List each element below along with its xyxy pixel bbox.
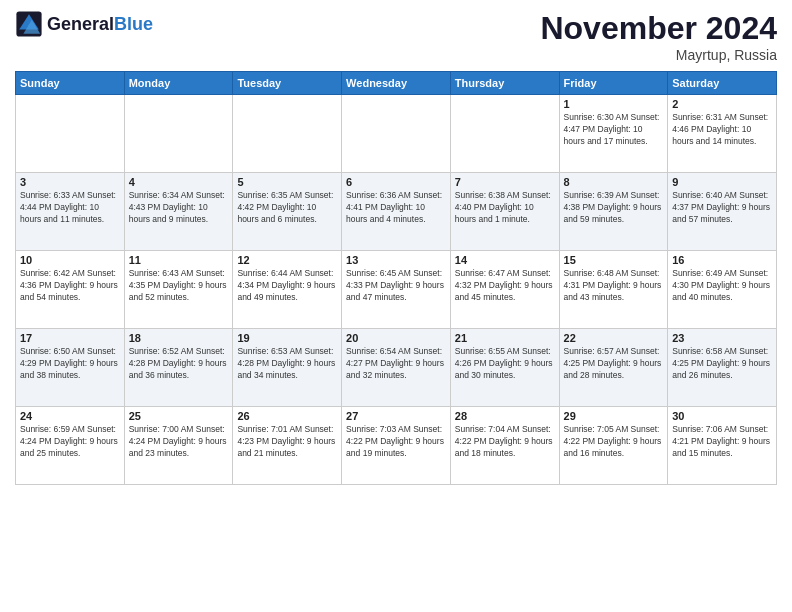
day-info: Sunrise: 7:05 AM Sunset: 4:22 PM Dayligh… bbox=[564, 424, 664, 460]
logo-general: General bbox=[47, 14, 114, 34]
col-friday: Friday bbox=[559, 72, 668, 95]
day-number: 25 bbox=[129, 410, 229, 422]
calendar-cell: 2Sunrise: 6:31 AM Sunset: 4:46 PM Daylig… bbox=[668, 95, 777, 173]
calendar-week-2: 3Sunrise: 6:33 AM Sunset: 4:44 PM Daylig… bbox=[16, 173, 777, 251]
calendar-cell: 3Sunrise: 6:33 AM Sunset: 4:44 PM Daylig… bbox=[16, 173, 125, 251]
calendar-cell: 23Sunrise: 6:58 AM Sunset: 4:25 PM Dayli… bbox=[668, 329, 777, 407]
day-info: Sunrise: 6:54 AM Sunset: 4:27 PM Dayligh… bbox=[346, 346, 446, 382]
day-number: 10 bbox=[20, 254, 120, 266]
day-number: 11 bbox=[129, 254, 229, 266]
calendar-cell: 6Sunrise: 6:36 AM Sunset: 4:41 PM Daylig… bbox=[342, 173, 451, 251]
col-monday: Monday bbox=[124, 72, 233, 95]
day-info: Sunrise: 6:48 AM Sunset: 4:31 PM Dayligh… bbox=[564, 268, 664, 304]
calendar-cell: 10Sunrise: 6:42 AM Sunset: 4:36 PM Dayli… bbox=[16, 251, 125, 329]
day-number: 18 bbox=[129, 332, 229, 344]
col-saturday: Saturday bbox=[668, 72, 777, 95]
calendar-cell: 18Sunrise: 6:52 AM Sunset: 4:28 PM Dayli… bbox=[124, 329, 233, 407]
calendar-cell: 20Sunrise: 6:54 AM Sunset: 4:27 PM Dayli… bbox=[342, 329, 451, 407]
calendar-week-3: 10Sunrise: 6:42 AM Sunset: 4:36 PM Dayli… bbox=[16, 251, 777, 329]
calendar-week-1: 1Sunrise: 6:30 AM Sunset: 4:47 PM Daylig… bbox=[16, 95, 777, 173]
logo: GeneralBlue bbox=[15, 10, 153, 38]
day-number: 9 bbox=[672, 176, 772, 188]
day-info: Sunrise: 6:45 AM Sunset: 4:33 PM Dayligh… bbox=[346, 268, 446, 304]
calendar-cell: 25Sunrise: 7:00 AM Sunset: 4:24 PM Dayli… bbox=[124, 407, 233, 485]
day-info: Sunrise: 6:35 AM Sunset: 4:42 PM Dayligh… bbox=[237, 190, 337, 226]
day-number: 13 bbox=[346, 254, 446, 266]
col-wednesday: Wednesday bbox=[342, 72, 451, 95]
day-info: Sunrise: 6:31 AM Sunset: 4:46 PM Dayligh… bbox=[672, 112, 772, 148]
calendar-cell: 1Sunrise: 6:30 AM Sunset: 4:47 PM Daylig… bbox=[559, 95, 668, 173]
day-number: 21 bbox=[455, 332, 555, 344]
page: GeneralBlue November 2024 Mayrtup, Russi… bbox=[0, 0, 792, 495]
calendar-cell bbox=[124, 95, 233, 173]
day-number: 19 bbox=[237, 332, 337, 344]
calendar-cell: 21Sunrise: 6:55 AM Sunset: 4:26 PM Dayli… bbox=[450, 329, 559, 407]
day-number: 24 bbox=[20, 410, 120, 422]
day-number: 5 bbox=[237, 176, 337, 188]
calendar-cell bbox=[450, 95, 559, 173]
calendar-cell bbox=[342, 95, 451, 173]
calendar-cell: 4Sunrise: 6:34 AM Sunset: 4:43 PM Daylig… bbox=[124, 173, 233, 251]
calendar-cell bbox=[16, 95, 125, 173]
day-info: Sunrise: 6:40 AM Sunset: 4:37 PM Dayligh… bbox=[672, 190, 772, 226]
day-number: 20 bbox=[346, 332, 446, 344]
day-number: 15 bbox=[564, 254, 664, 266]
month-title: November 2024 bbox=[540, 10, 777, 47]
day-info: Sunrise: 7:06 AM Sunset: 4:21 PM Dayligh… bbox=[672, 424, 772, 460]
day-info: Sunrise: 6:43 AM Sunset: 4:35 PM Dayligh… bbox=[129, 268, 229, 304]
calendar-cell: 5Sunrise: 6:35 AM Sunset: 4:42 PM Daylig… bbox=[233, 173, 342, 251]
day-number: 29 bbox=[564, 410, 664, 422]
logo-icon bbox=[15, 10, 43, 38]
calendar-cell: 9Sunrise: 6:40 AM Sunset: 4:37 PM Daylig… bbox=[668, 173, 777, 251]
day-info: Sunrise: 6:36 AM Sunset: 4:41 PM Dayligh… bbox=[346, 190, 446, 226]
calendar-cell: 14Sunrise: 6:47 AM Sunset: 4:32 PM Dayli… bbox=[450, 251, 559, 329]
day-info: Sunrise: 6:42 AM Sunset: 4:36 PM Dayligh… bbox=[20, 268, 120, 304]
day-info: Sunrise: 6:33 AM Sunset: 4:44 PM Dayligh… bbox=[20, 190, 120, 226]
calendar-cell: 13Sunrise: 6:45 AM Sunset: 4:33 PM Dayli… bbox=[342, 251, 451, 329]
calendar-cell: 26Sunrise: 7:01 AM Sunset: 4:23 PM Dayli… bbox=[233, 407, 342, 485]
calendar-cell: 11Sunrise: 6:43 AM Sunset: 4:35 PM Dayli… bbox=[124, 251, 233, 329]
day-info: Sunrise: 6:44 AM Sunset: 4:34 PM Dayligh… bbox=[237, 268, 337, 304]
day-number: 28 bbox=[455, 410, 555, 422]
day-number: 2 bbox=[672, 98, 772, 110]
calendar-week-4: 17Sunrise: 6:50 AM Sunset: 4:29 PM Dayli… bbox=[16, 329, 777, 407]
calendar-cell: 28Sunrise: 7:04 AM Sunset: 4:22 PM Dayli… bbox=[450, 407, 559, 485]
day-info: Sunrise: 6:34 AM Sunset: 4:43 PM Dayligh… bbox=[129, 190, 229, 226]
day-number: 26 bbox=[237, 410, 337, 422]
day-info: Sunrise: 6:50 AM Sunset: 4:29 PM Dayligh… bbox=[20, 346, 120, 382]
title-block: November 2024 Mayrtup, Russia bbox=[540, 10, 777, 63]
calendar-cell: 24Sunrise: 6:59 AM Sunset: 4:24 PM Dayli… bbox=[16, 407, 125, 485]
col-thursday: Thursday bbox=[450, 72, 559, 95]
day-info: Sunrise: 7:01 AM Sunset: 4:23 PM Dayligh… bbox=[237, 424, 337, 460]
day-number: 22 bbox=[564, 332, 664, 344]
day-info: Sunrise: 6:58 AM Sunset: 4:25 PM Dayligh… bbox=[672, 346, 772, 382]
col-sunday: Sunday bbox=[16, 72, 125, 95]
calendar-cell: 15Sunrise: 6:48 AM Sunset: 4:31 PM Dayli… bbox=[559, 251, 668, 329]
day-info: Sunrise: 6:57 AM Sunset: 4:25 PM Dayligh… bbox=[564, 346, 664, 382]
calendar-table: Sunday Monday Tuesday Wednesday Thursday… bbox=[15, 71, 777, 485]
day-number: 17 bbox=[20, 332, 120, 344]
calendar-cell: 29Sunrise: 7:05 AM Sunset: 4:22 PM Dayli… bbox=[559, 407, 668, 485]
day-info: Sunrise: 6:59 AM Sunset: 4:24 PM Dayligh… bbox=[20, 424, 120, 460]
day-number: 16 bbox=[672, 254, 772, 266]
day-info: Sunrise: 7:03 AM Sunset: 4:22 PM Dayligh… bbox=[346, 424, 446, 460]
calendar-cell: 27Sunrise: 7:03 AM Sunset: 4:22 PM Dayli… bbox=[342, 407, 451, 485]
day-number: 23 bbox=[672, 332, 772, 344]
calendar-header: Sunday Monday Tuesday Wednesday Thursday… bbox=[16, 72, 777, 95]
day-number: 12 bbox=[237, 254, 337, 266]
day-number: 6 bbox=[346, 176, 446, 188]
day-number: 3 bbox=[20, 176, 120, 188]
day-number: 30 bbox=[672, 410, 772, 422]
calendar-week-5: 24Sunrise: 6:59 AM Sunset: 4:24 PM Dayli… bbox=[16, 407, 777, 485]
calendar-cell: 22Sunrise: 6:57 AM Sunset: 4:25 PM Dayli… bbox=[559, 329, 668, 407]
day-info: Sunrise: 7:04 AM Sunset: 4:22 PM Dayligh… bbox=[455, 424, 555, 460]
day-number: 1 bbox=[564, 98, 664, 110]
logo-text: GeneralBlue bbox=[47, 15, 153, 33]
col-tuesday: Tuesday bbox=[233, 72, 342, 95]
calendar-cell: 19Sunrise: 6:53 AM Sunset: 4:28 PM Dayli… bbox=[233, 329, 342, 407]
day-info: Sunrise: 6:30 AM Sunset: 4:47 PM Dayligh… bbox=[564, 112, 664, 148]
day-number: 8 bbox=[564, 176, 664, 188]
day-info: Sunrise: 6:39 AM Sunset: 4:38 PM Dayligh… bbox=[564, 190, 664, 226]
calendar-cell: 30Sunrise: 7:06 AM Sunset: 4:21 PM Dayli… bbox=[668, 407, 777, 485]
day-number: 4 bbox=[129, 176, 229, 188]
